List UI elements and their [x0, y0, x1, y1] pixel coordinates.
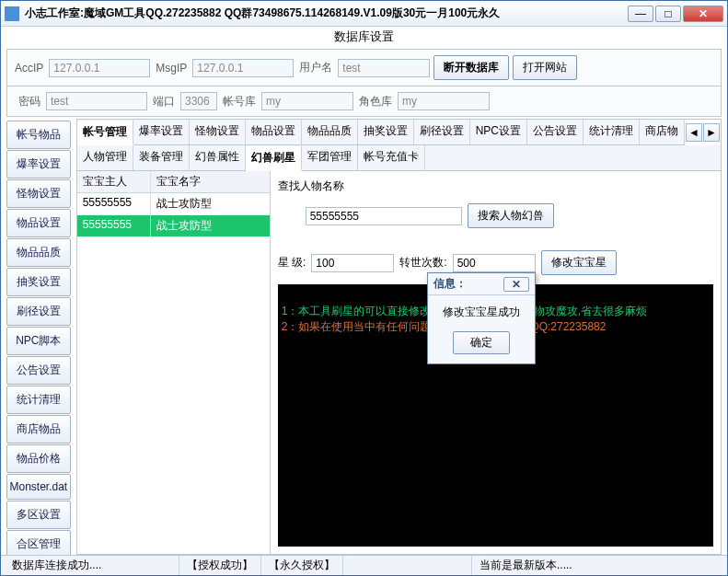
maximize-button[interactable]: □	[655, 6, 681, 22]
tab-main-1[interactable]: 爆率设置	[133, 120, 190, 144]
sidebar-item-0[interactable]: 帐号物品	[6, 121, 71, 149]
sidebar-item-6[interactable]: 刷径设置	[6, 297, 71, 326]
sidebar-item-2[interactable]: 怪物设置	[6, 179, 71, 208]
cell-owner: 55555555	[77, 193, 151, 214]
config-panel: AccIP MsgIP 用户名 断开数据库 打开网站	[6, 49, 722, 86]
accip-label: AccIP	[13, 62, 45, 75]
cell-owner: 55555555	[77, 215, 151, 236]
cell-name: 战士攻防型	[151, 193, 270, 214]
tab-main-10[interactable]: 商店物	[640, 120, 685, 144]
sidebar-item-7[interactable]: NPC脚本	[6, 327, 71, 355]
close-button[interactable]: ✕	[683, 6, 723, 22]
col-name: 宝宝名字	[151, 171, 270, 192]
pwd-input[interactable]	[46, 92, 147, 110]
status-version: 当前是最新版本.....	[472, 556, 723, 575]
sidebar-item-3[interactable]: 物品设置	[6, 209, 71, 237]
sidebar-item-14[interactable]: 合区管理	[6, 530, 71, 555]
tab-sub-0[interactable]: 人物管理	[77, 145, 133, 170]
tab-sub-3[interactable]: 幻兽刷星	[246, 146, 302, 171]
search-label: 查找人物名称	[278, 179, 713, 194]
tab-main-0[interactable]: 帐号管理	[77, 121, 133, 145]
content: 帐号管理爆率设置怪物设置物品设置物品品质抽奖设置刷径设置NPC设置公告设置统计清…	[76, 119, 722, 555]
tab-main-8[interactable]: 公告设置	[527, 120, 584, 144]
statusbar: 数据库连接成功.... 【授权成功】 【永久授权】 当前是最新版本.....	[1, 555, 727, 575]
sidebar-item-4[interactable]: 物品品质	[6, 238, 71, 267]
status-auth: 【授权成功】	[179, 556, 261, 575]
tab-sub-1[interactable]: 装备管理	[133, 145, 190, 170]
tabs-scroll-left[interactable]: ◄	[686, 123, 702, 142]
roledb-label: 角色库	[357, 94, 394, 109]
table-row[interactable]: 55555555战士攻防型	[77, 215, 270, 237]
tab-main-2[interactable]: 怪物设置	[190, 120, 246, 144]
dialog-title: 信息：	[433, 276, 467, 292]
tab-main-6[interactable]: 刷径设置	[414, 120, 470, 144]
window-title: 小志工作室:魔域GM工具QQ.272235882 QQ群73498675.114…	[25, 6, 628, 21]
roledb-input[interactable]	[398, 92, 490, 110]
tab-sub-5[interactable]: 帐号充值卡	[358, 145, 425, 170]
search-button[interactable]: 搜索人物幻兽	[468, 203, 554, 228]
tab-main-7[interactable]: NPC设置	[470, 120, 527, 144]
tab-sub-2[interactable]: 幻兽属性	[190, 145, 246, 170]
tab-main-3[interactable]: 物品设置	[246, 120, 302, 144]
reborn-label: 转世次数:	[399, 255, 446, 271]
pet-list: 宝宝主人 宝宝名字 55555555战士攻防型55555555战士攻防型	[77, 171, 271, 554]
openweb-button[interactable]: 打开网站	[513, 55, 577, 80]
table-row[interactable]: 55555555战士攻防型	[77, 193, 270, 215]
status-db: 数据库连接成功....	[5, 556, 179, 575]
config-panel-2: 密码 端口 帐号库 角色库	[6, 86, 722, 117]
msgip-label: MsgIP	[154, 62, 189, 75]
accip-input[interactable]	[49, 59, 150, 77]
section-title: 数据库设置	[1, 27, 727, 47]
sidebar-item-13[interactable]: 多区设置	[6, 501, 71, 529]
tab-main-4[interactable]: 物品品质	[302, 120, 358, 144]
titlebar: 小志工作室:魔域GM工具QQ.272235882 QQ群73498675.114…	[1, 1, 727, 27]
tabs-scroll-right[interactable]: ►	[703, 123, 720, 142]
dialog-ok-button[interactable]: 确定	[453, 331, 510, 354]
pwd-label: 密码	[17, 94, 42, 109]
sidebar-item-5[interactable]: 抽奖设置	[6, 268, 71, 296]
cell-name: 战士攻防型	[151, 215, 270, 236]
user-input[interactable]	[338, 59, 430, 77]
sidebar-item-9[interactable]: 统计清理	[6, 386, 71, 414]
search-input[interactable]	[306, 207, 462, 225]
port-input[interactable]	[180, 92, 217, 110]
sidebar-item-12[interactable]: Monster.dat	[6, 474, 71, 500]
acctdb-label: 帐号库	[221, 94, 258, 109]
msgip-input[interactable]	[192, 59, 294, 77]
tab-main-9[interactable]: 统计清理	[584, 120, 640, 144]
sidebar: 帐号物品爆率设置怪物设置物品设置物品品质抽奖设置刷径设置NPC脚本公告设置统计清…	[6, 119, 71, 555]
sidebar-item-1[interactable]: 爆率设置	[6, 150, 71, 179]
sidebar-item-10[interactable]: 商店物品	[6, 415, 71, 444]
reborn-input[interactable]	[453, 254, 536, 272]
col-owner: 宝宝主人	[77, 171, 151, 192]
star-input[interactable]	[311, 254, 394, 272]
dialog-message: 修改宝宝星成功	[437, 305, 526, 320]
acctdb-input[interactable]	[261, 92, 353, 110]
sidebar-item-8[interactable]: 公告设置	[6, 356, 71, 385]
tab-main-5[interactable]: 抽奖设置	[358, 120, 414, 144]
modify-star-button[interactable]: 修改宝宝星	[541, 250, 617, 275]
tabs-sub: 人物管理装备管理幻兽属性幻兽刷星军团管理帐号充值卡	[77, 145, 721, 171]
status-license: 【永久授权】	[261, 556, 343, 575]
info-dialog: 信息： ✕ 修改宝宝星成功 确定	[427, 272, 536, 364]
dialog-close-icon[interactable]: ✕	[503, 277, 529, 292]
tab-sub-4[interactable]: 军团管理	[302, 145, 358, 170]
right-pane: 查找人物名称 搜索人物幻兽 星 级: 转世次数: 修改宝宝星	[271, 171, 721, 554]
port-label: 端口	[151, 94, 177, 109]
sidebar-item-11[interactable]: 物品价格	[6, 444, 71, 473]
star-label: 星 级:	[278, 255, 306, 271]
minimize-button[interactable]: —	[628, 6, 653, 22]
app-icon	[5, 6, 19, 21]
tabs-main: 帐号管理爆率设置怪物设置物品设置物品品质抽奖设置刷径设置NPC设置公告设置统计清…	[77, 120, 685, 145]
user-label: 用户名	[297, 60, 334, 75]
disconnect-button[interactable]: 断开数据库	[433, 55, 509, 80]
